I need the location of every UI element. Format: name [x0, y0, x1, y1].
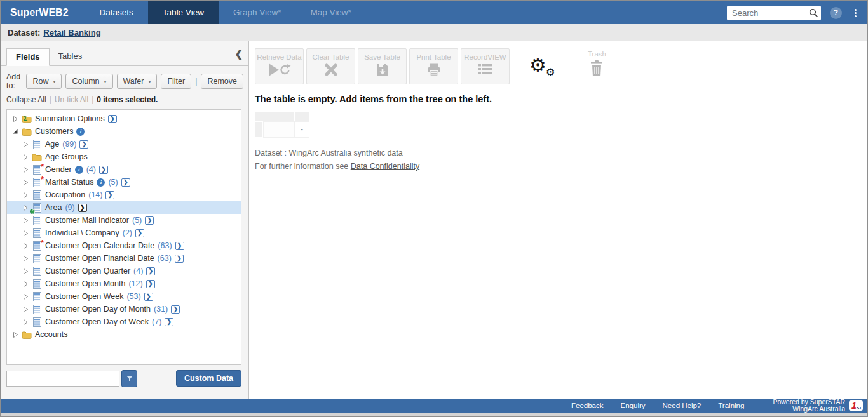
tree-item-customer-open-week[interactable]: Customer Open Week(53)❯ — [7, 290, 241, 303]
expander-collapsed-icon[interactable] — [22, 268, 29, 275]
quick-add-arrow-icon[interactable]: ❯ — [108, 115, 117, 123]
trash-dropzone[interactable]: Trash — [588, 48, 606, 79]
tree-item-customer-open-month[interactable]: Customer Open Month(12)❯ — [7, 277, 241, 290]
expander-collapsed-icon[interactable] — [22, 166, 29, 173]
tree-item-label: Age Groups — [45, 152, 88, 161]
add-to-wafer-dropdown[interactable]: Wafer▾ — [117, 74, 158, 89]
kebab-menu-icon[interactable] — [851, 8, 860, 18]
value-count: (4) — [133, 267, 143, 275]
footer-link-enquiry[interactable]: Enquiry — [621, 402, 646, 409]
add-to-row-dropdown[interactable]: Row▾ — [26, 74, 62, 89]
expander-collapsed-icon[interactable] — [22, 293, 29, 300]
folder-icon — [22, 128, 32, 136]
tree-item-area[interactable]: Area(9)❯ — [7, 201, 241, 214]
quick-add-arrow-icon[interactable]: ❯ — [78, 204, 87, 212]
dataset-link[interactable]: Retail Banking — [43, 28, 100, 37]
quick-add-arrow-icon[interactable]: ❯ — [144, 293, 153, 301]
expander-collapsed-icon[interactable] — [22, 204, 29, 211]
tree-item-label: Occupation — [45, 190, 85, 199]
info-icon[interactable]: i — [76, 128, 85, 136]
expander-collapsed-icon[interactable] — [22, 306, 29, 313]
add-to-column-dropdown[interactable]: Column▾ — [65, 74, 112, 89]
info-icon[interactable]: i — [75, 166, 83, 174]
quick-add-arrow-icon[interactable]: ❯ — [146, 280, 155, 288]
quick-add-arrow-icon[interactable]: ❯ — [171, 305, 180, 314]
retrieve-data-button[interactable]: Retrieve Data — [255, 48, 304, 84]
main-area: ❮ FieldsTables Add to: Row▾Column▾Wafer▾… — [1, 41, 867, 399]
quick-add-arrow-icon[interactable]: ❯ — [99, 166, 108, 174]
expander-collapsed-icon[interactable] — [12, 116, 18, 122]
quick-add-arrow-icon[interactable]: ❯ — [165, 318, 173, 326]
expander-collapsed-icon[interactable] — [12, 331, 18, 338]
quick-add-arrow-icon[interactable]: ❯ — [79, 140, 88, 149]
mandatory-asterisk-icon: * — [41, 175, 44, 184]
quick-add-arrow-icon[interactable]: ❯ — [121, 178, 130, 187]
panel-tab-fields[interactable]: Fields — [6, 48, 50, 66]
collapse-all-link[interactable]: Collapse All — [6, 95, 46, 104]
value-count: (4) — [86, 165, 96, 174]
remove-button-label: Remove — [207, 77, 237, 86]
custom-data-label: Custom Data — [184, 374, 233, 383]
nav-tab-table-view[interactable]: Table View — [148, 1, 219, 24]
tree-item-accounts[interactable]: Accounts — [7, 328, 241, 341]
save-table-button[interactable]: Save Table — [358, 48, 407, 84]
custom-data-button[interactable]: Custom Data — [176, 370, 241, 387]
tree-item-customer-mail-indicator[interactable]: Customer Mail Indicator(5)❯ — [7, 214, 241, 227]
print-table-button[interactable]: Print Table — [409, 48, 458, 84]
field-icon: * — [32, 241, 42, 251]
expander-collapsed-icon[interactable] — [22, 217, 29, 224]
quick-add-arrow-icon[interactable]: ❯ — [145, 216, 154, 225]
tree-item-customer-open-financial-date[interactable]: Customer Open Financial Date(63)❯ — [7, 252, 241, 265]
search-input[interactable] — [727, 8, 806, 18]
expander-collapsed-icon[interactable] — [22, 242, 29, 249]
nav-tab-datasets[interactable]: Datasets — [85, 1, 148, 24]
settings-gears-icon[interactable]: ⚙⚙ — [529, 57, 556, 80]
tree-filter-button[interactable] — [121, 370, 137, 387]
expander-collapsed-icon[interactable] — [22, 154, 29, 161]
data-confidentiality-link[interactable]: Data Confidentiality — [351, 162, 419, 171]
tree-item-summation-options[interactable]: ΣSummation Options❯ — [7, 112, 241, 125]
footer-link-feedback[interactable]: Feedback — [571, 402, 604, 409]
tree-item-customer-open-day-of-week[interactable]: Customer Open Day of Week(7)❯ — [7, 315, 241, 328]
untick-all-link[interactable]: Un-tick All — [55, 95, 88, 104]
help-icon[interactable]: ? — [830, 7, 842, 19]
quick-add-arrow-icon[interactable]: ❯ — [175, 255, 184, 263]
field-icon — [32, 254, 42, 263]
tree-item-customer-open-calendar-date[interactable]: *Customer Open Calendar Date(63)❯ — [7, 239, 241, 252]
panel-tab-tables[interactable]: Tables — [50, 48, 92, 66]
expander-collapsed-icon[interactable] — [22, 179, 29, 186]
toolbar-button-label: Clear Table — [313, 53, 349, 61]
panel-collapse-icon[interactable]: ❮ — [234, 49, 243, 58]
recordview-button[interactable]: RecordVIEW — [461, 48, 510, 84]
expander-collapsed-icon[interactable] — [22, 230, 29, 237]
quick-add-arrow-icon[interactable]: ❯ — [146, 267, 155, 275]
footer-link-need-help[interactable]: Need Help? — [663, 402, 702, 409]
tree-search-input[interactable] — [6, 371, 119, 387]
expander-collapsed-icon[interactable] — [22, 255, 29, 262]
folder-icon — [32, 153, 42, 161]
tree-item-customer-open-day-of-month[interactable]: Customer Open Day of Month(31)❯ — [7, 303, 241, 315]
tree-item-customer-open-quarter[interactable]: Customer Open Quarter(4)❯ — [7, 265, 241, 277]
skeleton-row-header — [255, 121, 263, 138]
expander-collapsed-icon[interactable] — [22, 141, 29, 148]
expander-collapsed-icon[interactable] — [22, 192, 29, 199]
footer-link-training[interactable]: Training — [718, 402, 744, 409]
folder-icon — [22, 331, 32, 339]
tree-item-occupation[interactable]: Occupation(14)❯ — [7, 189, 241, 201]
tree-item-customers[interactable]: Customersi — [7, 125, 241, 138]
expander-expanded-icon[interactable] — [12, 128, 18, 135]
tree-item-marital-status[interactable]: *Marital Statusi(5)❯ — [7, 176, 241, 189]
quick-add-arrow-icon[interactable]: ❯ — [175, 242, 184, 250]
info-icon[interactable]: i — [97, 178, 105, 187]
quick-add-arrow-icon[interactable]: ❯ — [105, 191, 114, 199]
tree-item-age[interactable]: Age(99)❯ — [7, 138, 241, 150]
expander-collapsed-icon[interactable] — [22, 319, 29, 326]
clear-table-button[interactable]: Clear Table — [306, 48, 355, 84]
filter-button[interactable]: Filter — [161, 74, 191, 89]
quick-add-arrow-icon[interactable]: ❯ — [135, 229, 144, 237]
add-to-label: Add to: — [6, 72, 22, 90]
expander-collapsed-icon[interactable] — [22, 281, 29, 288]
remove-button[interactable]: Remove — [201, 74, 243, 89]
table-toolbar: Retrieve DataClear TableSave TablePrint … — [255, 48, 867, 84]
search-icon[interactable] — [806, 8, 821, 18]
